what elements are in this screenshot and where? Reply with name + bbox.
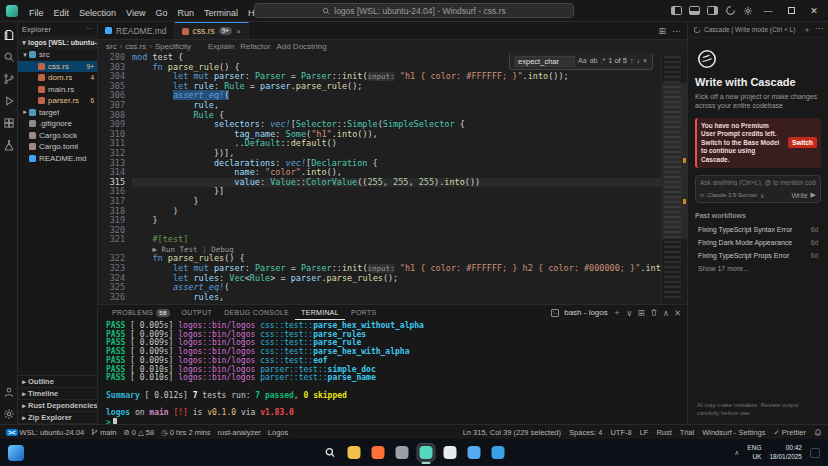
panel-tab-problems[interactable]: Problems58 bbox=[106, 305, 176, 320]
code-line[interactable]: rules, bbox=[132, 293, 687, 303]
workflow-item[interactable]: Fixing TypeScript Props Error6d bbox=[695, 249, 821, 262]
settings-gear-icon[interactable] bbox=[2, 407, 15, 420]
language-mode-item[interactable]: Rust bbox=[656, 428, 671, 437]
workspace-root[interactable]: ▾ logos [WSL: ubuntu-24.04] bbox=[18, 36, 97, 49]
search-icon[interactable] bbox=[2, 50, 15, 63]
rust-analyzer-item[interactable]: rust-analyzer bbox=[218, 428, 261, 437]
find-prev-icon[interactable]: ↑ bbox=[630, 56, 634, 66]
files-icon[interactable] bbox=[2, 28, 15, 41]
time-tracker-item[interactable]: ◷ 0 hrs 2 mins bbox=[161, 428, 210, 437]
menu-go[interactable]: Go bbox=[150, 6, 172, 20]
cursor-position[interactable]: Ln 315, Col 39 (229 selected) bbox=[463, 428, 561, 437]
account-icon[interactable] bbox=[2, 385, 15, 398]
file-item-target[interactable]: ▸target bbox=[18, 107, 97, 119]
file-item-src[interactable]: ▾src bbox=[18, 49, 97, 61]
extensions-icon[interactable] bbox=[2, 116, 15, 129]
new-terminal-icon[interactable]: ＋ bbox=[613, 307, 622, 319]
tab-css.rs[interactable]: css.rs9+× bbox=[175, 22, 249, 39]
tray-chevron-icon[interactable]: ∧ bbox=[734, 449, 739, 457]
problems-item[interactable]: ⊘0 △58 bbox=[124, 428, 155, 437]
taskbar-app-search[interactable] bbox=[322, 444, 339, 461]
bell-icon[interactable] bbox=[814, 428, 822, 437]
language-indicator[interactable]: ENG UK bbox=[747, 444, 761, 460]
cascade-input-box[interactable]: Ask anything (Ctrl+L), @ to mention code… bbox=[695, 175, 821, 203]
menu-run[interactable]: Run bbox=[172, 6, 199, 20]
menu-selection[interactable]: Selection bbox=[74, 6, 121, 20]
code-editor[interactable]: 2803033043053063073083093103113123133143… bbox=[98, 53, 687, 304]
close-panel-icon[interactable]: ✕ bbox=[674, 308, 681, 318]
code-line[interactable]: } bbox=[132, 197, 687, 207]
breadcrumb-Specificity[interactable]: Specificity bbox=[155, 42, 191, 51]
tab-README.md[interactable]: README.md bbox=[98, 22, 175, 39]
code-line[interactable]: } bbox=[132, 216, 687, 226]
close-icon[interactable]: ✕ bbox=[806, 6, 822, 16]
sidebar-section-zip-explorer[interactable]: ▸Zip Explorer bbox=[18, 412, 97, 424]
sidebar-section-rust-dependencies[interactable]: ▸Rust Dependencies bbox=[18, 400, 97, 412]
code-line[interactable]: #[test] bbox=[132, 235, 687, 245]
eol-item[interactable]: LF bbox=[640, 428, 649, 437]
layout-sidebar-icon[interactable] bbox=[671, 6, 682, 15]
file-item-README.md[interactable]: README.md bbox=[18, 153, 97, 165]
settings-gear-icon[interactable] bbox=[743, 6, 753, 16]
file-item-css.rs[interactable]: css.rs9+ bbox=[18, 61, 97, 73]
terminal-output[interactable]: PASS [ 0.005s] logos::bin/logos css::tes… bbox=[98, 320, 687, 424]
code-line[interactable]: ) bbox=[132, 207, 687, 217]
sidebar-section-timeline[interactable]: ▸Timeline bbox=[18, 388, 97, 400]
command-center-search[interactable]: logos [WSL: ubuntu-24.04] - Windsurf - c… bbox=[254, 3, 574, 18]
file-item-main.rs[interactable]: main.rs bbox=[18, 84, 97, 96]
layout-right-icon[interactable] bbox=[707, 6, 718, 15]
menu-edit[interactable]: Edit bbox=[49, 6, 75, 20]
cascade-more-icon[interactable]: ⋯ bbox=[815, 24, 823, 35]
match-case-icon[interactable]: Aa bbox=[578, 56, 587, 66]
menu-terminal[interactable]: Terminal bbox=[199, 6, 243, 20]
taskbar-app-app-gray[interactable] bbox=[394, 444, 411, 461]
lens-action-refactor[interactable]: Refactor bbox=[240, 42, 270, 51]
maximize-panel-icon[interactable]: ∧ bbox=[663, 308, 669, 318]
windsurf-settings-item[interactable]: Windsurf - Settings bbox=[702, 428, 765, 437]
show-more-link[interactable]: Show 17 more... bbox=[695, 265, 821, 272]
taskbar-app-browser-firefox[interactable] bbox=[370, 444, 387, 461]
split-terminal-icon[interactable]: ⊞ bbox=[638, 308, 645, 318]
trash-icon[interactable] bbox=[650, 308, 658, 317]
model-selector[interactable]: Claude 3.5 Sonnet bbox=[707, 192, 757, 198]
breadcrumb-src[interactable]: src bbox=[106, 42, 117, 51]
plan-item[interactable]: Trial bbox=[680, 428, 694, 437]
encoding-item[interactable]: UTF-8 bbox=[610, 428, 631, 437]
split-icon[interactable]: ⊞ bbox=[658, 26, 666, 36]
menu-file[interactable]: File bbox=[24, 6, 49, 20]
lens-action-add-docstring[interactable]: Add Docstring bbox=[276, 42, 326, 51]
minimize-icon[interactable]: — bbox=[760, 6, 776, 16]
editor-more-icon[interactable]: ⋯ bbox=[672, 26, 681, 36]
file-item-.gitignore[interactable]: .gitignore bbox=[18, 118, 97, 130]
mode-selector[interactable]: Write bbox=[791, 192, 807, 199]
source-control-icon[interactable] bbox=[2, 72, 15, 85]
file-item-parser.rs[interactable]: parser.rs6 bbox=[18, 95, 97, 107]
new-chat-icon[interactable]: ＋ bbox=[803, 24, 811, 35]
taskbar-app-code[interactable] bbox=[490, 444, 507, 461]
maximize-icon[interactable] bbox=[783, 6, 799, 16]
file-item-Cargo.toml[interactable]: Cargo.toml bbox=[18, 141, 97, 153]
breadcrumb-css.rs[interactable]: css.rs bbox=[125, 42, 146, 51]
taskbar-app-windsurf[interactable] bbox=[418, 444, 435, 461]
find-next-icon[interactable]: ↓ bbox=[636, 56, 640, 66]
file-item-Cargo.lock[interactable]: Cargo.lock bbox=[18, 130, 97, 142]
file-item-dom.rs[interactable]: dom.rs4 bbox=[18, 72, 97, 84]
code-line[interactable]: }] bbox=[132, 187, 687, 197]
run-debug-icon[interactable] bbox=[2, 94, 15, 107]
notification-center-icon[interactable] bbox=[810, 448, 820, 458]
workflow-item[interactable]: Fixing Dark Mode Appearance6d bbox=[695, 236, 821, 249]
indentation-item[interactable]: Spaces: 4 bbox=[569, 428, 602, 437]
terminal-dropdown-icon[interactable]: ∨ bbox=[626, 308, 632, 318]
layout-panel-icon[interactable] bbox=[689, 6, 700, 15]
panel-tab-debug-console[interactable]: Debug Console bbox=[218, 305, 295, 320]
widgets-icon[interactable] bbox=[8, 445, 24, 461]
find-close-icon[interactable]: × bbox=[643, 56, 647, 66]
panel-tab-terminal[interactable]: Terminal bbox=[295, 305, 345, 320]
minimap[interactable] bbox=[661, 53, 687, 304]
explorer-more-icon[interactable]: ⋯ bbox=[86, 25, 93, 33]
cascade-icon[interactable] bbox=[725, 5, 736, 16]
workflow-item[interactable]: Fixing TypeScript Syntax Error6d bbox=[695, 223, 821, 236]
panel-tab-ports[interactable]: Ports bbox=[345, 305, 383, 320]
menu-view[interactable]: View bbox=[121, 6, 150, 20]
code-content[interactable]: mod test { fn parse_rule() { let mut par… bbox=[132, 53, 687, 304]
